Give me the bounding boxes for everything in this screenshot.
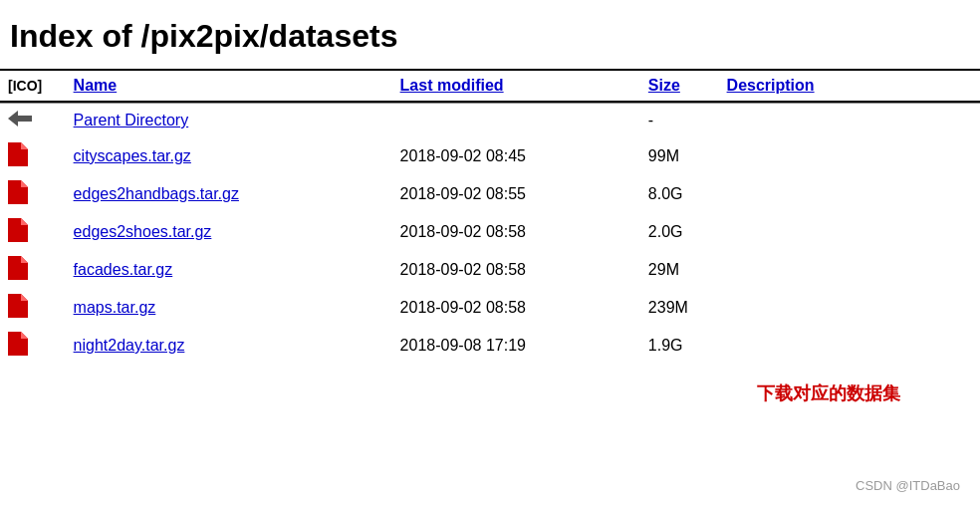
cell-last-modified: 2018-09-02 08:45 — [392, 137, 640, 175]
table-header-row: [ICO] Name Last modified Size Descriptio… — [0, 70, 980, 102]
cell-name[interactable]: Parent Directory — [66, 104, 392, 137]
cell-name[interactable]: maps.tar.gz — [66, 289, 392, 327]
table-row: night2day.tar.gz2018-09-08 17:191.9G — [0, 327, 980, 365]
cell-last-modified: 2018-09-08 17:19 — [392, 327, 640, 365]
file-link[interactable]: night2day.tar.gz — [74, 337, 185, 354]
table-row: facades.tar.gz2018-09-02 08:5829M — [0, 251, 980, 289]
cell-size: 239M — [640, 289, 719, 327]
file-link[interactable]: Parent Directory — [74, 112, 189, 128]
header-description[interactable]: Description — [719, 70, 980, 102]
file-link[interactable]: edges2shoes.tar.gz — [74, 223, 212, 240]
table-row: maps.tar.gz2018-09-02 08:58239M — [0, 289, 980, 327]
back-icon — [8, 115, 32, 131]
svg-marker-2 — [8, 142, 28, 166]
svg-marker-6 — [8, 218, 28, 242]
header-ico: [ICO] — [0, 70, 66, 102]
cell-name[interactable]: edges2shoes.tar.gz — [66, 213, 392, 251]
cell-ico — [0, 251, 66, 289]
file-link[interactable]: maps.tar.gz — [74, 299, 156, 316]
cell-description — [719, 327, 980, 365]
cell-size: 8.0G — [640, 175, 719, 213]
cell-last-modified: 2018-09-02 08:58 — [392, 251, 640, 289]
directory-table: [ICO] Name Last modified Size Descriptio… — [0, 69, 980, 365]
cell-name[interactable]: facades.tar.gz — [66, 251, 392, 289]
svg-marker-8 — [8, 256, 28, 280]
file-link[interactable]: facades.tar.gz — [74, 261, 173, 278]
svg-marker-5 — [21, 180, 28, 187]
cell-description — [719, 213, 980, 251]
file-icon — [8, 228, 28, 245]
cell-ico — [0, 213, 66, 251]
cell-size: 99M — [640, 137, 719, 175]
watermark: CSDN @ITDaBao — [856, 478, 960, 493]
header-size[interactable]: Size — [640, 70, 719, 102]
cell-size: - — [640, 104, 719, 137]
svg-marker-10 — [8, 294, 28, 318]
cell-description — [719, 289, 980, 327]
annotation-text: 下载对应的数据集 — [757, 381, 900, 405]
cell-ico — [0, 137, 66, 175]
page-title: Index of /pix2pix/datasets — [0, 0, 980, 65]
cell-ico — [0, 104, 66, 137]
file-link[interactable]: cityscapes.tar.gz — [74, 147, 191, 164]
file-icon — [8, 190, 28, 207]
svg-marker-11 — [21, 294, 28, 301]
cell-description — [719, 104, 980, 137]
svg-marker-3 — [21, 142, 28, 149]
cell-size: 1.9G — [640, 327, 719, 365]
cell-description — [719, 251, 980, 289]
header-last-modified[interactable]: Last modified — [392, 70, 640, 102]
cell-size: 2.0G — [640, 213, 719, 251]
file-icon — [8, 342, 28, 359]
header-name[interactable]: Name — [66, 70, 392, 102]
cell-name[interactable]: cityscapes.tar.gz — [66, 137, 392, 175]
table-row: edges2shoes.tar.gz2018-09-02 08:582.0G — [0, 213, 980, 251]
cell-name[interactable]: edges2handbags.tar.gz — [66, 175, 392, 213]
svg-marker-7 — [21, 218, 28, 225]
cell-last-modified: 2018-09-02 08:58 — [392, 289, 640, 327]
cell-description — [719, 137, 980, 175]
svg-marker-12 — [8, 332, 28, 356]
file-icon — [8, 304, 28, 321]
table-row: edges2handbags.tar.gz2018-09-02 08:558.0… — [0, 175, 980, 213]
cell-last-modified — [392, 104, 640, 137]
svg-rect-1 — [16, 116, 32, 122]
header-desc-link[interactable]: Description — [727, 77, 815, 94]
cell-ico — [0, 327, 66, 365]
cell-ico — [0, 175, 66, 213]
svg-marker-13 — [21, 332, 28, 339]
cell-ico — [0, 289, 66, 327]
file-icon — [8, 266, 28, 283]
file-link[interactable]: edges2handbags.tar.gz — [74, 185, 239, 202]
cell-last-modified: 2018-09-02 08:55 — [392, 175, 640, 213]
header-size-link[interactable]: Size — [648, 77, 680, 94]
cell-name[interactable]: night2day.tar.gz — [66, 327, 392, 365]
header-name-link[interactable]: Name — [74, 77, 118, 94]
cell-size: 29M — [640, 251, 719, 289]
cell-last-modified: 2018-09-02 08:58 — [392, 213, 640, 251]
header-modified-link[interactable]: Last modified — [400, 77, 504, 94]
table-row: Parent Directory- — [0, 104, 980, 137]
cell-description — [719, 175, 980, 213]
svg-marker-4 — [8, 180, 28, 204]
table-row: cityscapes.tar.gz2018-09-02 08:4599M — [0, 137, 980, 175]
file-icon — [8, 152, 28, 169]
svg-marker-9 — [21, 256, 28, 263]
